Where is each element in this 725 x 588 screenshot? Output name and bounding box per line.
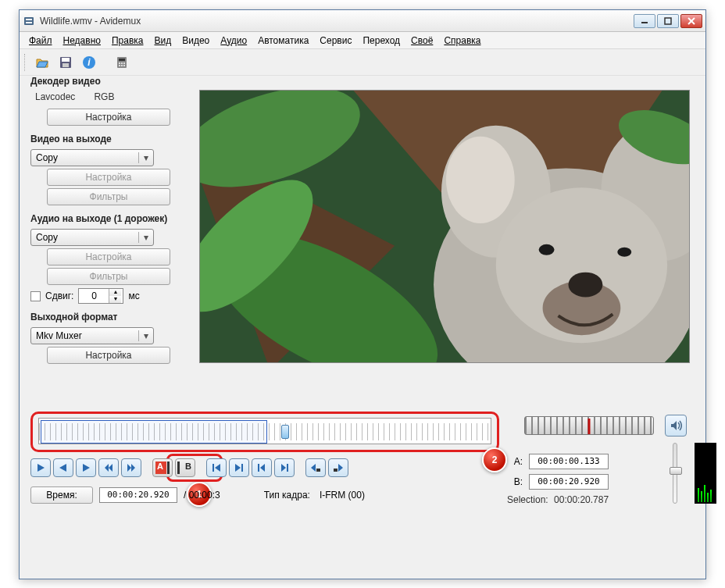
menu-audio[interactable]: Аудио bbox=[216, 34, 252, 48]
forward-button[interactable] bbox=[121, 458, 141, 477]
video-out-filters-button[interactable]: Фильтры bbox=[47, 188, 170, 205]
prev-button[interactable] bbox=[53, 458, 73, 477]
a-value[interactable]: 00:00:00.133 bbox=[529, 454, 609, 469]
volume-thumb[interactable] bbox=[670, 467, 682, 475]
audio-button[interactable] bbox=[665, 415, 687, 437]
prev-black-button[interactable] bbox=[305, 458, 326, 477]
format-value: Mkv Muxer bbox=[36, 330, 82, 341]
menu-service[interactable]: Сервис bbox=[315, 34, 356, 48]
selection-line: Selection: 00:00:20.787 bbox=[507, 494, 609, 505]
svg-point-26 bbox=[446, 137, 515, 223]
audio-out-combo[interactable]: Copy ▾ bbox=[30, 229, 154, 246]
audio-out-value: Copy bbox=[36, 232, 58, 243]
time-total: / 00:00:3 bbox=[184, 490, 220, 501]
selection-value: 00:00:20.787 bbox=[554, 494, 609, 505]
audio-out-config-button[interactable]: Настройка bbox=[47, 248, 170, 265]
chevron-down-icon: ▾ bbox=[138, 232, 148, 243]
menu-video[interactable]: Видео bbox=[177, 34, 214, 48]
shift-checkbox[interactable] bbox=[30, 291, 41, 301]
mark-a-button[interactable]: A bbox=[152, 458, 173, 477]
decoder-info: Lavcodec RGB bbox=[35, 91, 187, 102]
volume-slider[interactable] bbox=[673, 443, 677, 504]
svg-rect-34 bbox=[167, 461, 170, 474]
video-out-combo[interactable]: Copy ▾ bbox=[30, 149, 154, 166]
open-button[interactable] bbox=[32, 52, 52, 73]
video-preview bbox=[199, 90, 690, 363]
jog-center bbox=[588, 419, 591, 434]
audio-shift-row: Сдвиг: ▲▼ мс bbox=[30, 288, 187, 304]
next-black-button[interactable] bbox=[328, 458, 348, 477]
svg-rect-40 bbox=[316, 469, 320, 472]
window-controls bbox=[634, 14, 702, 28]
time-current[interactable]: 00:00:20.920 bbox=[99, 487, 177, 503]
format-config-button[interactable]: Настройка bbox=[47, 347, 170, 364]
save-button[interactable] bbox=[55, 52, 76, 73]
window-title: Wildlife.wmv - Avidemux bbox=[40, 16, 634, 27]
menu-view[interactable]: Вид bbox=[150, 34, 177, 48]
audio-out-section: Аудио на выходе (1 дорожек) Copy ▾ Настр… bbox=[30, 213, 187, 304]
shift-unit: мс bbox=[128, 290, 139, 301]
svg-rect-17 bbox=[119, 65, 120, 66]
decoder-section: Декодер видео Lavcodec RGB Настройка bbox=[30, 76, 187, 126]
audio-out-title: Аудио на выходе (1 дорожек) bbox=[30, 213, 187, 224]
menu-go[interactable]: Переход bbox=[358, 34, 405, 48]
shift-label: Сдвиг: bbox=[45, 290, 73, 301]
a-label: A: bbox=[507, 456, 523, 467]
mark-b-button[interactable]: B bbox=[175, 458, 195, 477]
b-value[interactable]: 00:00:20.920 bbox=[529, 474, 609, 490]
jog-wheel[interactable] bbox=[524, 416, 654, 435]
body: Декодер видео Lavcodec RGB Настройка Вид… bbox=[20, 76, 705, 579]
format-title: Выходной формат bbox=[30, 312, 187, 323]
minimize-button[interactable] bbox=[634, 14, 655, 28]
menu-file[interactable]: Файл bbox=[24, 34, 57, 48]
svg-rect-2 bbox=[26, 22, 32, 23]
app-window: Wildlife.wmv - Avidemux Файл Недавно Пра… bbox=[19, 9, 706, 579]
svg-rect-14 bbox=[119, 62, 120, 64]
timeline[interactable] bbox=[38, 418, 491, 444]
titlebar: Wildlife.wmv - Avidemux bbox=[20, 10, 705, 32]
svg-point-32 bbox=[568, 273, 602, 298]
video-out-value: Copy bbox=[36, 152, 58, 163]
info-button[interactable]: i bbox=[79, 52, 99, 73]
frame-type-label: Тип кадра: bbox=[264, 490, 310, 501]
time-row: Время: 00:00:20.920 / 00:00:3 Тип кадра:… bbox=[30, 486, 365, 504]
format-combo[interactable]: Mkv Muxer ▾ bbox=[30, 327, 154, 344]
menubar: Файл Недавно Правка Вид Видео Аудио Авто… bbox=[20, 32, 705, 49]
decoder-codec: Lavcodec bbox=[35, 91, 75, 102]
video-out-config-button[interactable]: Настройка bbox=[47, 169, 170, 186]
svg-rect-1 bbox=[26, 19, 32, 20]
svg-rect-37 bbox=[241, 464, 243, 472]
svg-point-31 bbox=[617, 248, 631, 257]
menu-help[interactable]: Справка bbox=[439, 34, 485, 48]
svg-rect-38 bbox=[258, 464, 259, 472]
svg-rect-13 bbox=[119, 59, 125, 61]
b-label: B: bbox=[507, 476, 523, 487]
shift-input[interactable] bbox=[79, 290, 109, 301]
menu-custom[interactable]: Своё bbox=[406, 34, 438, 48]
maximize-button[interactable] bbox=[657, 14, 679, 28]
audio-out-filters-button[interactable]: Фильтры bbox=[47, 268, 170, 285]
next-button[interactable] bbox=[76, 458, 96, 477]
spinner-buttons[interactable]: ▲▼ bbox=[109, 289, 121, 303]
calculator-button[interactable] bbox=[112, 52, 132, 73]
toolbar-grip bbox=[24, 54, 26, 71]
time-button[interactable]: Время: bbox=[30, 486, 93, 504]
chevron-down-icon: ▾ bbox=[138, 330, 148, 341]
menu-edit[interactable]: Правка bbox=[107, 34, 148, 48]
play-button[interactable] bbox=[30, 458, 51, 477]
menu-auto[interactable]: Автоматика bbox=[253, 34, 313, 48]
goto-start-button[interactable] bbox=[206, 458, 227, 477]
rewind-button[interactable] bbox=[98, 458, 119, 477]
selection-label: Selection: bbox=[507, 494, 548, 505]
close-button[interactable] bbox=[680, 14, 702, 28]
frame-type-value: I-FRM (00) bbox=[320, 490, 365, 501]
timeline-handle[interactable] bbox=[281, 425, 289, 439]
shift-spinner[interactable]: ▲▼ bbox=[78, 288, 123, 304]
goto-end-button[interactable] bbox=[229, 458, 249, 477]
goto-b-button[interactable] bbox=[274, 458, 295, 477]
menu-recent[interactable]: Недавно bbox=[59, 34, 105, 48]
svg-rect-4 bbox=[665, 18, 671, 24]
decoder-config-button[interactable]: Настройка bbox=[47, 109, 170, 126]
goto-a-button[interactable] bbox=[252, 458, 272, 477]
video-out-section: Видео на выходе Copy ▾ Настройка Фильтры bbox=[30, 134, 187, 205]
